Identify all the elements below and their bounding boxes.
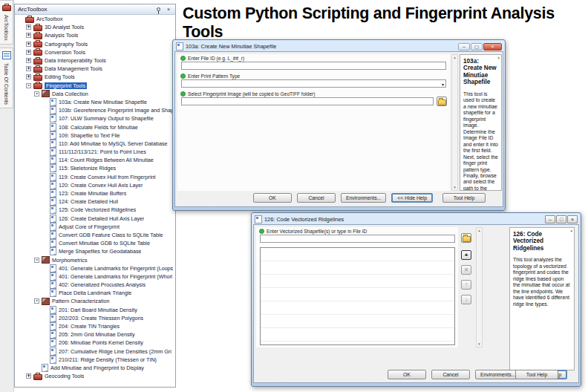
tree-item[interactable]: 210/211: Ridge Density (Thiessen or TIN) (15, 356, 175, 364)
dialog2-title-bar[interactable]: 126: Code Vectorized Ridgelines – □ × (253, 215, 579, 224)
tree-item[interactable]: 103a: Create New Minutiae Shapefile (15, 98, 175, 106)
tree-item[interactable]: 124: Create Detailed Hull (15, 197, 175, 206)
scroll-up-icon[interactable]: ▲ (477, 228, 482, 233)
tree-item[interactable]: ArcToolbox (15, 15, 175, 23)
tree-item[interactable]: 114: Count Ridges Between All Minutiae (15, 156, 175, 164)
ok-button[interactable]: OK (388, 370, 426, 379)
dialog1-title-bar[interactable]: 103a: Create New Minutiae Shapefile – ▢ … (174, 42, 503, 51)
tree-item[interactable]: 202/203: Create Thiessen Polygons (15, 314, 175, 322)
delete-row-button[interactable]: ✕ (461, 265, 471, 275)
dock-tab-arctoolbox[interactable]: ArcToolbox (0, 0, 13, 45)
tree-item[interactable]: -Fingerprint Tools (15, 82, 175, 90)
tree-item-label: Data Collection (52, 91, 88, 97)
expander-icon[interactable]: + (26, 33, 31, 38)
dock-tab-table-of-contents[interactable]: Table Of Contents (0, 48, 13, 108)
parameters-scrollbar[interactable]: ▲ ▼ (451, 54, 458, 191)
tree-item[interactable]: 120: Create Convex Hull Axis Layer (15, 181, 175, 189)
tree-item[interactable]: 108: Calculate Fields for Minutiae (15, 122, 175, 131)
maximize-button[interactable]: □ (556, 215, 566, 223)
minimize-button[interactable]: – (458, 43, 470, 50)
expander-icon[interactable]: + (26, 42, 31, 47)
tree-item[interactable]: +Data Management Tools (15, 65, 175, 73)
hide-help-button[interactable]: << Hide Help (391, 193, 433, 203)
tree-item[interactable]: 126: Create Detailed Hull Axis Layer (15, 215, 175, 223)
shapefiles-listbox[interactable] (260, 247, 455, 345)
tree-item[interactable]: +3D Analyst Tools (15, 23, 175, 31)
tree-item[interactable]: -Morphometrics (15, 255, 175, 264)
expander-icon[interactable]: + (26, 373, 31, 379)
tree-item[interactable]: 207: Cumulative Ridge Line Densities (2m… (15, 347, 175, 356)
expander-icon[interactable]: - (34, 258, 39, 263)
scroll-up-icon[interactable]: ▲ (452, 55, 457, 60)
tree-item[interactable]: 110: Add Minutiae to MySQL Server Databa… (15, 140, 175, 148)
tree-item[interactable]: +Analysis Tools (15, 31, 175, 39)
tree-item[interactable]: +Conversion Tools (15, 48, 175, 56)
expander-icon[interactable]: - (26, 83, 31, 88)
close-button[interactable]: × (483, 43, 502, 50)
tree-item[interactable]: 115: Skeletonize Ridges (15, 164, 175, 172)
expander-icon[interactable]: + (26, 24, 31, 30)
scroll-up-icon[interactable]: ▲ (570, 229, 573, 232)
environments-button[interactable]: Environments... (475, 370, 520, 379)
scroll-down-icon[interactable]: ▼ (477, 342, 482, 347)
arctoolbox-panel-header[interactable]: ArcToolbox × (15, 4, 175, 15)
script-tool-icon (255, 215, 262, 223)
tree-item[interactable]: 125: Code Vectorized Ridgelines (15, 206, 175, 214)
cancel-button[interactable]: Cancel (297, 193, 336, 203)
tree-item[interactable]: 205: 2mm Grid Minutiae Density (15, 330, 175, 339)
scroll-down-icon[interactable]: ▼ (452, 185, 457, 190)
browse-button[interactable] (437, 97, 447, 106)
tree-item[interactable]: 401: Generate Landmarks for Fingerprint … (15, 264, 175, 272)
tree-item[interactable]: 107: ULW Summary Output to Shapefile (15, 114, 175, 122)
tree-item[interactable]: Convert GDB Feature Class to SQLite Tabl… (15, 231, 175, 239)
close-button[interactable]: × (567, 215, 578, 223)
pin-icon[interactable] (157, 7, 160, 11)
tree-item[interactable]: 109: Shapefile to Text File (15, 131, 175, 140)
cancel-button[interactable]: Cancel (431, 370, 470, 379)
tree-item[interactable]: 201: Dart Board Minutiae Density (15, 306, 175, 314)
minimize-button[interactable]: – (545, 215, 555, 223)
tree-item[interactable]: Merge Shapefiles for Geodatabase (15, 247, 175, 255)
tree-item[interactable]: +Geocoding Tools (15, 372, 175, 380)
scroll-up-icon[interactable]: ▲ (497, 56, 500, 59)
ok-button[interactable]: OK (253, 193, 292, 203)
expander-icon[interactable]: - (34, 298, 39, 304)
expander-icon[interactable]: + (26, 58, 31, 63)
expander-icon[interactable]: + (26, 50, 31, 55)
tree-item[interactable]: 401: Generate Landmarks for Fingerprint … (15, 272, 175, 281)
move-up-button[interactable]: ↑ (461, 280, 471, 290)
tool-help-button[interactable]: Tool Help (515, 370, 558, 379)
expander-icon[interactable]: - (34, 91, 39, 97)
tree-item[interactable]: -Pattern Characterization (15, 297, 175, 305)
tree-item[interactable]: 123: Create Minutiae Buffers (15, 189, 175, 197)
pattern-type-combobox[interactable]: ▾ (181, 79, 446, 88)
tree-item[interactable]: -Data Collection (15, 90, 175, 98)
tree-item[interactable]: +Editing Tools (15, 73, 175, 81)
tree-item[interactable]: 119: Create Convex Hull from Fingerprint (15, 173, 175, 181)
environments-button[interactable]: Environments... (341, 193, 386, 203)
add-row-button[interactable]: + (461, 250, 471, 260)
tree-item[interactable]: Place Delta Landmark Triangle (15, 289, 175, 297)
tool-help-button[interactable]: Tool Help (442, 193, 486, 203)
file-id-input[interactable] (181, 62, 446, 70)
expander-icon[interactable]: + (26, 66, 31, 71)
tree-item[interactable]: Convert Minutiae GDB to SQLite Table (15, 239, 175, 247)
tree-item[interactable]: 206: Minutiae Points Kernel Density (15, 339, 175, 347)
fingerprint-image-input[interactable] (181, 97, 434, 105)
tree-item[interactable]: Adjust Core of Fingerprint (15, 223, 175, 231)
chevron-down-icon[interactable]: ▾ (442, 82, 444, 87)
maximize-button[interactable]: ▢ (471, 43, 483, 50)
close-icon[interactable]: × (165, 6, 172, 13)
tree-item[interactable]: +Data Interoperability Tools (15, 56, 175, 65)
expander-icon[interactable]: + (26, 74, 31, 79)
tree-item[interactable]: +Cartography Tools (15, 40, 175, 48)
tree-item[interactable]: 402: Generalized Procustes Analysis (15, 281, 175, 289)
tree-item[interactable]: 204: Create TIN Triangles (15, 322, 175, 330)
move-down-button[interactable]: ↓ (461, 295, 471, 304)
vectorized-shapefiles-input[interactable] (260, 235, 455, 243)
tree-item[interactable]: 103b: Georeference Fingerprint Image and… (15, 106, 175, 114)
browse-button[interactable] (461, 233, 471, 243)
tree-item[interactable]: 111/112/113/121: Point to Point Lines (15, 148, 175, 156)
parameters-scrollbar[interactable]: ▲ ▼ (476, 227, 483, 347)
tree-item[interactable]: Add Minutiae and Fingerprint to Display (15, 364, 175, 372)
